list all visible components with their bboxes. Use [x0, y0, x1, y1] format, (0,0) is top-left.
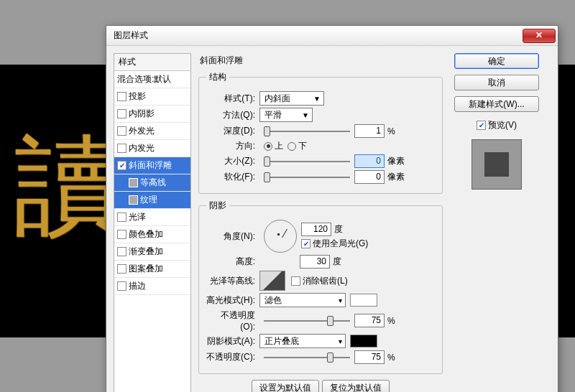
- highlight-opacity-input[interactable]: 75: [354, 314, 385, 327]
- angle-input[interactable]: 120: [301, 223, 331, 236]
- sub-box-icon: [129, 178, 138, 187]
- effect-drop-shadow[interactable]: 投影: [114, 88, 190, 106]
- shadow-opacity-label: 不透明度(C):: [206, 351, 259, 363]
- effect-texture[interactable]: 纹理: [114, 192, 190, 209]
- global-light-checkbox[interactable]: ✔: [301, 239, 310, 248]
- effect-label: 投影: [129, 90, 146, 103]
- preview-label: 预览(V): [488, 119, 517, 131]
- effect-label: 描边: [129, 280, 146, 292]
- blend-options-item[interactable]: 混合选项:默认: [114, 71, 190, 88]
- select-value: 滤色: [264, 294, 282, 307]
- highlight-color-swatch[interactable]: [350, 294, 377, 307]
- degree-unit: 度: [334, 223, 343, 235]
- panel-title: 斜面和浮雕: [200, 55, 443, 67]
- effect-inner-shadow[interactable]: 内阴影: [114, 106, 190, 123]
- effect-list-header: 样式: [114, 54, 190, 71]
- checkbox-icon[interactable]: [117, 92, 126, 101]
- chevron-down-icon: ▾: [339, 337, 342, 345]
- cancel-button[interactable]: 取消: [454, 75, 539, 90]
- checkbox-icon[interactable]: [117, 144, 126, 153]
- size-slider[interactable]: [264, 155, 350, 168]
- soften-unit: 像素: [387, 171, 405, 183]
- shadow-color-swatch[interactable]: [350, 335, 377, 347]
- effect-satin[interactable]: 光泽: [114, 209, 190, 226]
- direction-up-radio[interactable]: [264, 142, 272, 151]
- antialias-checkbox[interactable]: [291, 276, 300, 286]
- shading-group: 阴影 角度(N): 120 度 ✔ 使用全局光(G): [198, 200, 443, 374]
- select-value: 内斜面: [264, 93, 290, 105]
- highlight-opacity-slider[interactable]: [264, 314, 350, 327]
- altitude-input[interactable]: 30: [300, 255, 330, 269]
- radio-label: 上: [275, 140, 283, 152]
- technique-select[interactable]: 平滑 ▼: [259, 108, 313, 122]
- close-button[interactable]: ✕: [523, 29, 556, 43]
- gloss-contour-picker[interactable]: [259, 271, 285, 291]
- checkbox-icon[interactable]: [117, 281, 126, 291]
- degree-unit: 度: [333, 256, 341, 268]
- checkbox-icon[interactable]: [117, 247, 126, 256]
- effect-label: 图案叠加: [129, 263, 163, 275]
- gloss-contour-label: 光泽等高线:: [206, 275, 259, 287]
- effect-label: 斜面和浮雕: [129, 159, 172, 172]
- blend-options-label: 混合选项:默认: [117, 73, 171, 85]
- highlight-mode-select[interactable]: 滤色 ▾: [259, 293, 346, 307]
- effect-stroke[interactable]: 描边: [114, 278, 190, 295]
- select-value: 平滑: [264, 109, 282, 121]
- effect-list: 样式 混合选项:默认 投影 内阴影 外发光 内发光 ✔斜面和浮雕 等高线 纹理 …: [114, 53, 191, 392]
- chevron-down-icon: ▼: [313, 95, 321, 103]
- pct-unit: %: [387, 353, 395, 363]
- effect-bevel-emboss[interactable]: ✔斜面和浮雕: [114, 157, 190, 174]
- preview-checkbox[interactable]: ✔: [477, 121, 486, 130]
- size-input[interactable]: 0: [354, 154, 385, 168]
- checkbox-icon[interactable]: [117, 109, 126, 118]
- effect-pattern-overlay[interactable]: 图案叠加: [114, 261, 190, 278]
- size-label: 大小(Z):: [206, 155, 259, 167]
- pct-unit: %: [387, 316, 395, 326]
- sub-box-icon: [129, 195, 138, 205]
- effect-label: 内阴影: [129, 108, 155, 120]
- dialog-buttons-column: 确定 取消 新建样式(W)... ✔ 预览(V): [450, 53, 543, 392]
- angle-label: 角度(N):: [206, 230, 259, 243]
- set-default-button[interactable]: 设置为默认值: [252, 380, 319, 392]
- soften-input[interactable]: 0: [354, 170, 385, 184]
- depth-label: 深度(D):: [206, 125, 259, 137]
- chevron-down-icon: ▾: [339, 297, 342, 304]
- effect-gradient-overlay[interactable]: 渐变叠加: [114, 243, 190, 261]
- effect-inner-glow[interactable]: 内发光: [114, 140, 190, 157]
- reset-default-button[interactable]: 复位为默认值: [322, 380, 390, 392]
- effect-contour[interactable]: 等高线: [114, 174, 190, 192]
- checkbox-icon[interactable]: [117, 230, 126, 239]
- depth-slider[interactable]: [264, 125, 350, 138]
- effect-label: 颜色叠加: [129, 228, 163, 241]
- highlight-mode-label: 高光模式(H):: [206, 294, 259, 307]
- effect-color-overlay[interactable]: 颜色叠加: [114, 226, 190, 243]
- dialog-title: 图层样式: [114, 29, 523, 42]
- global-light-label: 使用全局光(G): [313, 238, 368, 250]
- shadow-opacity-slider[interactable]: [264, 351, 350, 364]
- select-value: 正片叠底: [264, 335, 299, 347]
- direction-down-radio[interactable]: [288, 142, 296, 151]
- effect-outer-glow[interactable]: 外发光: [114, 123, 190, 140]
- shadow-opacity-input[interactable]: 75: [354, 350, 385, 364]
- soften-label: 软化(F):: [206, 171, 259, 183]
- layer-style-dialog: 图层样式 ✕ 样式 混合选项:默认 投影 内阴影 外发光 内发光 ✔斜面和浮雕 …: [106, 25, 558, 392]
- effect-label: 外发光: [129, 125, 155, 137]
- depth-input[interactable]: 1: [354, 124, 385, 138]
- angle-dial[interactable]: [264, 220, 297, 253]
- checkbox-icon[interactable]: [117, 126, 126, 136]
- checkbox-icon[interactable]: [117, 264, 126, 274]
- direction-label: 方向:: [206, 140, 259, 152]
- checkbox-icon[interactable]: [117, 213, 126, 222]
- soften-slider[interactable]: [264, 171, 350, 184]
- style-select[interactable]: 内斜面 ▼: [259, 91, 324, 106]
- shading-legend: 阴影: [206, 200, 229, 212]
- preview-thumbnail: [472, 139, 522, 190]
- ok-button[interactable]: 确定: [454, 53, 539, 69]
- effect-label: 光泽: [129, 211, 146, 223]
- new-style-button[interactable]: 新建样式(W)...: [454, 96, 539, 112]
- checkbox-icon[interactable]: ✔: [117, 161, 126, 170]
- dialog-titlebar[interactable]: 图层样式 ✕: [106, 26, 558, 46]
- bevel-emboss-panel: 斜面和浮雕 结构 样式(T): 内斜面 ▼ 方法(Q): 平滑 ▼: [198, 53, 443, 392]
- canvas-sample-text: 讀: [14, 115, 111, 260]
- shadow-mode-select[interactable]: 正片叠底 ▾: [259, 334, 346, 348]
